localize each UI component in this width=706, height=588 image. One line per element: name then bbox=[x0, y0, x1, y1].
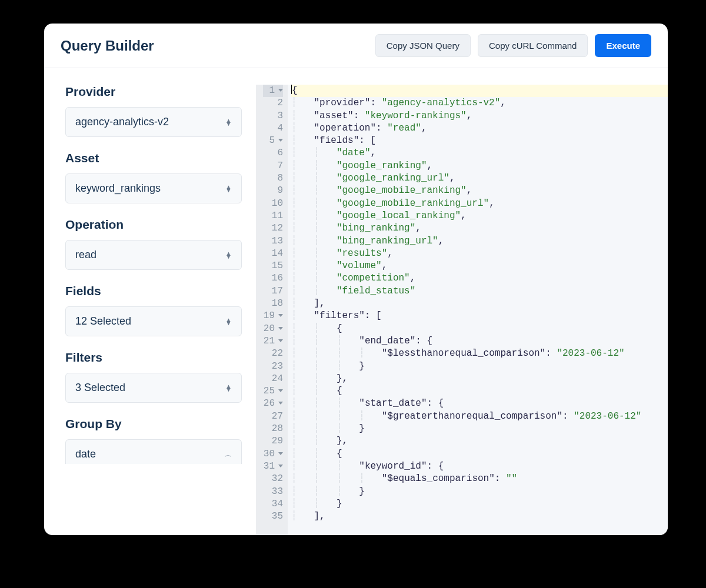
fold-icon[interactable] bbox=[278, 339, 283, 342]
fields-select[interactable]: 12 Selected ▲▼ bbox=[65, 306, 242, 336]
gutter-line: 27 bbox=[263, 410, 283, 423]
gutter-line: 6 bbox=[263, 147, 283, 159]
gutter-line: 8 bbox=[263, 172, 283, 185]
operation-select[interactable]: read ▲▼ bbox=[65, 240, 242, 270]
code-line[interactable]: ┆ ┆ ┆ } bbox=[291, 486, 668, 498]
header-bar: Query Builder Copy JSON Query Copy cURL … bbox=[44, 24, 668, 68]
chevron-up-down-icon: ▲▼ bbox=[225, 119, 232, 125]
fold-icon[interactable] bbox=[278, 452, 283, 455]
gutter-line: 30 bbox=[263, 448, 283, 460]
gutter-line: 24 bbox=[263, 373, 283, 385]
copy-json-button[interactable]: Copy JSON Query bbox=[375, 34, 471, 57]
asset-select[interactable]: keyword_rankings ▲▼ bbox=[65, 173, 242, 203]
chevron-up-down-icon: ▲▼ bbox=[225, 252, 232, 258]
gutter-line: 25 bbox=[263, 385, 283, 397]
code-line[interactable]: ┆ ┆ } bbox=[291, 498, 668, 510]
gutter-line: 23 bbox=[263, 360, 283, 373]
code-line[interactable]: ┆ ┆ "date", bbox=[291, 147, 668, 159]
query-builder-card: Query Builder Copy JSON Query Copy cURL … bbox=[44, 24, 668, 535]
code-line[interactable]: ┆ ┆ ┆ } bbox=[291, 423, 668, 435]
code-line[interactable]: ┆ ┆ ┆ "end_date": { bbox=[291, 335, 668, 348]
gutter-line: 14 bbox=[263, 248, 283, 260]
code-line[interactable]: ┆ "provider": "agency-analytics-v2", bbox=[291, 97, 668, 109]
chevron-up-down-icon: ▲▼ bbox=[225, 319, 232, 325]
asset-label: Asset bbox=[65, 151, 242, 165]
gutter-line: 20 bbox=[263, 323, 283, 335]
header-actions: Copy JSON Query Copy cURL Command Execut… bbox=[375, 34, 651, 57]
page-title: Query Builder bbox=[61, 38, 154, 54]
code-line[interactable]: ┆ ], bbox=[291, 510, 668, 523]
operation-label: Operation bbox=[65, 218, 242, 232]
provider-label: Provider bbox=[65, 85, 242, 99]
code-line[interactable]: ┆ "fields": [ bbox=[291, 135, 668, 147]
fold-icon[interactable] bbox=[278, 465, 283, 467]
code-line[interactable]: ┆ ┆ "google_ranking", bbox=[291, 160, 668, 172]
body: Provider agency-analytics-v2 ▲▼ Asset ke… bbox=[44, 68, 668, 535]
gutter-line: 21 bbox=[263, 335, 283, 348]
gutter-line: 12 bbox=[263, 222, 283, 235]
gutter-line: 7 bbox=[263, 160, 283, 172]
code-line[interactable]: ┆ ┆ ┆ } bbox=[291, 360, 668, 373]
code-line[interactable]: ┆ ┆ "bing_ranking", bbox=[291, 222, 668, 235]
code-line[interactable]: ┆ ┆ "google_mobile_ranking_url", bbox=[291, 198, 668, 210]
code-line[interactable]: ┆ ┆ ┆ ┆ "$lessthanorequal_comparison": "… bbox=[291, 348, 668, 360]
code-line[interactable]: { bbox=[291, 85, 668, 97]
sidebar: Provider agency-analytics-v2 ▲▼ Asset ke… bbox=[44, 68, 256, 535]
fold-icon[interactable] bbox=[278, 89, 283, 92]
operation-value: read bbox=[75, 249, 96, 261]
gutter-line: 29 bbox=[263, 435, 283, 447]
gutter-line: 31 bbox=[263, 460, 283, 473]
code-line[interactable]: ┆ ], bbox=[291, 298, 668, 310]
code-line[interactable]: ┆ ┆ "field_status" bbox=[291, 285, 668, 298]
groupby-label: Group By bbox=[65, 417, 242, 431]
code-line[interactable]: ┆ ┆ ┆ ┆ "$equals_comparison": "" bbox=[291, 473, 668, 485]
gutter-line: 10 bbox=[263, 198, 283, 210]
code-line[interactable]: ┆ ┆ "google_ranking_url", bbox=[291, 172, 668, 185]
code-line[interactable]: ┆ ┆ "bing_ranking_url", bbox=[291, 235, 668, 248]
gutter: 1234567891011121314151617181920212223242… bbox=[256, 85, 288, 535]
execute-button[interactable]: Execute bbox=[595, 34, 651, 57]
groupby-select[interactable]: date ︿ bbox=[65, 439, 242, 464]
fold-icon[interactable] bbox=[278, 314, 283, 317]
gutter-line: 26 bbox=[263, 397, 283, 410]
code-line[interactable]: ┆ "operation": "read", bbox=[291, 122, 668, 135]
gutter-line: 11 bbox=[263, 210, 283, 222]
filters-select[interactable]: 3 Selected ▲▼ bbox=[65, 373, 242, 403]
code-line[interactable]: ┆ ┆ }, bbox=[291, 373, 668, 385]
code-line[interactable]: ┆ ┆ "competition", bbox=[291, 272, 668, 285]
code-editor[interactable]: 1234567891011121314151617181920212223242… bbox=[256, 85, 668, 535]
code-line[interactable]: ┆ ┆ { bbox=[291, 385, 668, 397]
code-line[interactable]: ┆ ┆ ┆ "keyword_id": { bbox=[291, 460, 668, 473]
provider-select[interactable]: agency-analytics-v2 ▲▼ bbox=[65, 107, 242, 137]
code[interactable]: {┆ "provider": "agency-analytics-v2",┆ "… bbox=[288, 85, 668, 535]
code-line[interactable]: ┆ ┆ "results", bbox=[291, 248, 668, 260]
groupby-value: date bbox=[75, 448, 96, 460]
code-line[interactable]: ┆ ┆ "google_local_ranking", bbox=[291, 210, 668, 222]
chevron-up-down-icon: ▲▼ bbox=[225, 385, 232, 391]
code-line[interactable]: ┆ ┆ "google_mobile_ranking", bbox=[291, 185, 668, 197]
fold-icon[interactable] bbox=[278, 327, 283, 330]
code-line[interactable]: ┆ "filters": [ bbox=[291, 310, 668, 322]
fold-icon[interactable] bbox=[278, 389, 283, 392]
gutter-line: 34 bbox=[263, 498, 283, 510]
code-line[interactable]: ┆ ┆ "volume", bbox=[291, 260, 668, 272]
gutter-line: 3 bbox=[263, 110, 283, 122]
code-line[interactable]: ┆ ┆ { bbox=[291, 323, 668, 335]
fields-value: 12 Selected bbox=[75, 315, 131, 328]
gutter-line: 22 bbox=[263, 348, 283, 360]
code-line[interactable]: ┆ "asset": "keyword-rankings", bbox=[291, 110, 668, 122]
code-line[interactable]: ┆ ┆ ┆ "start_date": { bbox=[291, 397, 668, 410]
asset-value: keyword_rankings bbox=[75, 182, 161, 195]
code-line[interactable]: ┆ ┆ { bbox=[291, 448, 668, 460]
code-line[interactable]: ┆ ┆ ┆ ┆ "$greaterthanorequal_comparison"… bbox=[291, 410, 668, 423]
code-line[interactable]: ┆ ┆ }, bbox=[291, 435, 668, 447]
chevron-up-down-icon: ▲▼ bbox=[225, 186, 232, 192]
gutter-line: 4 bbox=[263, 122, 283, 135]
copy-curl-button[interactable]: Copy cURL Command bbox=[478, 34, 588, 57]
gutter-line: 9 bbox=[263, 185, 283, 197]
gutter-line: 15 bbox=[263, 260, 283, 272]
fold-icon[interactable] bbox=[278, 402, 283, 405]
gutter-line: 32 bbox=[263, 473, 283, 485]
provider-value: agency-analytics-v2 bbox=[75, 116, 169, 128]
fold-icon[interactable] bbox=[278, 139, 283, 142]
